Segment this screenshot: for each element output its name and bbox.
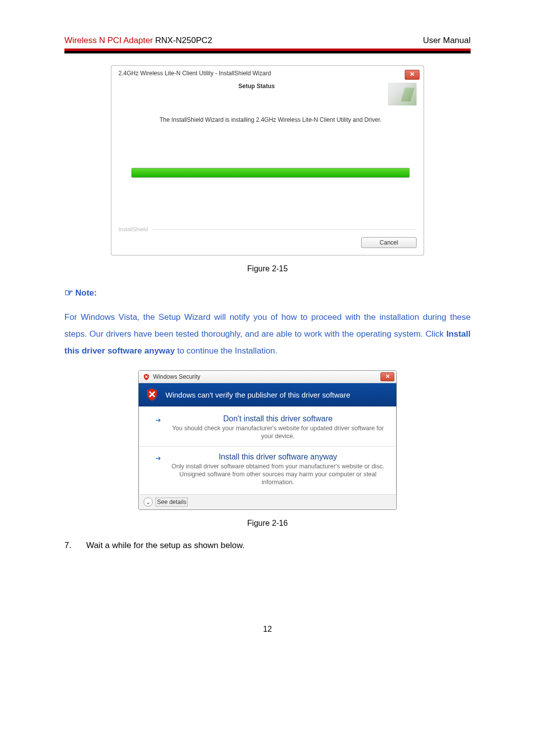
page-number: 12 <box>64 625 471 634</box>
header-rule-black <box>64 51 471 53</box>
shield-large-icon <box>145 387 160 402</box>
option-install-anyway[interactable]: ➔ Install this driver software anyway On… <box>167 453 388 486</box>
step-7: 7. Wait a while for the setup as shown b… <box>64 541 471 551</box>
installshield-wizard-dialog: 2.4GHz Wireless Lite-N Client Utility - … <box>111 65 424 255</box>
pointing-hand-icon: ☞ <box>64 287 73 299</box>
option-dont-install-desc: You should check your manufacturer's web… <box>167 424 388 440</box>
option-dont-install-title: Don't install this driver software <box>167 414 388 423</box>
setup-status-label: Setup Status <box>125 83 388 90</box>
doc-title-right: User Manual <box>423 36 471 46</box>
option-install-anyway-title: Install this driver software anyway <box>167 453 388 461</box>
figure-2-16-caption: Figure 2-16 <box>64 519 471 528</box>
see-details-link[interactable]: See details <box>156 498 188 506</box>
doc-title-left: Wireless N PCI Adapter RNX-N250PC2 <box>64 36 213 46</box>
divider <box>153 229 417 230</box>
install-progress-fill <box>132 168 409 177</box>
note-text-post: to continue the Installation. <box>175 346 277 355</box>
installshield-brand: InstallShield <box>118 226 153 232</box>
divider <box>139 446 396 447</box>
note-text-pre: For Windows Vista, the Setup Wizard will… <box>64 312 471 339</box>
step-text: Wait a while for the setup as shown belo… <box>86 541 245 551</box>
chevron-down-icon[interactable]: ⌄ <box>144 498 153 506</box>
close-icon[interactable]: ✕ <box>405 70 420 80</box>
install-progress-bar <box>131 168 410 178</box>
winsec-title-text: Windows Security <box>153 373 200 380</box>
winsec-heading: Windows can't verify the publisher of th… <box>165 391 350 399</box>
note-label: Note: <box>75 288 97 298</box>
close-icon[interactable]: ✕ <box>380 372 394 381</box>
step-number: 7. <box>64 541 86 551</box>
note-body: For Windows Vista, the Setup Wizard will… <box>64 309 471 359</box>
wizard-window-title: 2.4GHz Wireless Lite-N Client Utility - … <box>118 70 271 77</box>
doc-title-model: RNX-N250PC2 <box>153 36 213 45</box>
doc-title-red: Wireless N PCI Adapter <box>64 36 153 45</box>
cancel-button[interactable]: Cancel <box>361 237 417 248</box>
install-message: The InstallShield Wizard is installing 2… <box>131 116 410 123</box>
shield-icon <box>143 373 150 381</box>
option-dont-install[interactable]: ➔ Don't install this driver software You… <box>167 414 388 440</box>
arrow-right-icon: ➔ <box>156 416 161 424</box>
wizard-header-art-icon <box>388 83 417 105</box>
figure-2-15-caption: Figure 2-15 <box>64 264 471 273</box>
note-heading: ☞Note: <box>64 286 471 298</box>
doc-header: Wireless N PCI Adapter RNX-N250PC2 User … <box>64 36 471 46</box>
option-install-anyway-desc: Only install driver software obtained fr… <box>167 462 388 486</box>
arrow-right-icon: ➔ <box>156 454 161 462</box>
windows-security-dialog: Windows Security ✕ Windows can't verify … <box>138 370 397 510</box>
winsec-titlebar-left: Windows Security <box>143 373 200 381</box>
